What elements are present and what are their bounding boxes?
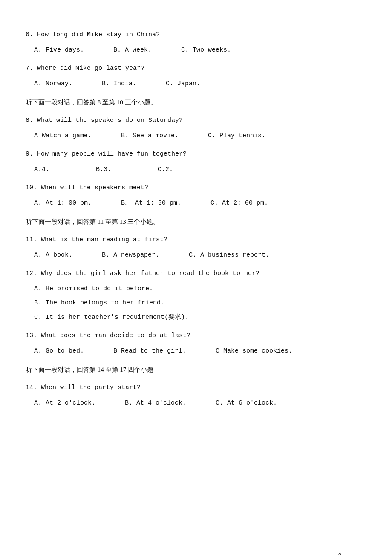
option-9-a: A.4. [34,164,49,175]
option-10-a: A. At 1: 00 pm. [34,198,92,209]
option-10-c: C. At 2: 00 pm. [210,198,268,209]
option-14-c: C. At 6 o'clock. [216,398,277,409]
question-9-options: A.4. B.3. C.2. [34,164,366,175]
option-8-c: C. Play tennis. [208,130,265,142]
option-13-b: B Read to the girl. [113,346,186,357]
option-6-c: C. Two weeks. [181,45,231,56]
option-7-b: B. India. [102,78,136,90]
option-13-a: A. Go to bed. [34,346,84,357]
question-12-text: 12. Why does the girl ask her father to … [26,268,366,279]
question-7: 7. Where did Mike go last year? A. Norwa… [26,63,366,89]
question-12: 12. Why does the girl ask her father to … [26,268,366,323]
question-10-options: A. At 1: 00 pm. B。 At 1: 30 pm. C. At 2:… [34,198,366,209]
question-6-text: 6. How long did Mike stay in China? [26,29,366,40]
question-14-text: 14. When will the party start? [26,382,366,393]
option-14-b: B. At 4 o'clock. [125,398,186,409]
option-7-a: A. Norway. [34,78,72,90]
option-6-a: A. Five days. [34,45,84,56]
question-11-options: A. A book. B. A newspaper. C. A business… [34,250,366,261]
option-8-a: A Watch a game. [34,130,92,142]
option-13-c: C Make some cookies. [216,346,292,357]
question-6: 6. How long did Mike stay in China? A. F… [26,29,366,55]
section-label-1: 听下面一段对话，回答第 8 至第 10 三个小题。 [26,97,366,108]
top-divider [26,17,366,17]
question-9: 9. How many people will have fun togethe… [26,149,366,175]
option-10-b: B。 At 1: 30 pm. [121,198,181,209]
option-9-b: B.3. [96,164,111,175]
question-11: 11. What is the man reading at first? A.… [26,234,366,260]
question-8-text: 8. What will the speakers do on Saturday… [26,115,366,126]
section-label-2: 听下面一段对话，回答第 11 至第 13 三个小题。 [26,216,366,228]
question-6-options: A. Five days. B. A week. C. Two weeks. [34,45,366,56]
option-11-b: B. A newspaper. [102,250,159,261]
option-7-c: C. Japan. [166,78,200,90]
page-number: -2- [334,552,345,555]
section-label-3: 听下面一段对话，回答第 14 至第 17 四个小题 [26,364,366,376]
option-12-c: C. It is her teacher's requirement(要求). [34,312,366,323]
question-11-text: 11. What is the man reading at first? [26,234,366,246]
page-wrapper: 6. How long did Mike stay in China? A. F… [26,17,366,555]
question-10-text: 10. When will the speakers meet? [26,182,366,194]
option-11-a: A. A book. [34,250,72,261]
option-12-a: A. He promised to do it before. [34,283,366,295]
question-14-options: A. At 2 o'clock. B. At 4 o'clock. C. At … [34,398,366,409]
question-8: 8. What will the speakers do on Saturday… [26,115,366,141]
question-7-options: A. Norway. B. India. C. Japan. [34,78,366,90]
question-8-options: A Watch a game. B. See a movie. C. Play … [34,130,366,142]
option-9-c: C.2. [158,164,173,175]
option-6-b: B. A week. [113,45,152,56]
option-11-c: C. A business report. [189,250,269,261]
question-13-text: 13. What does the man decide to do at la… [26,330,366,341]
option-12-b: B. The book belongs to her friend. [34,298,366,309]
option-14-a: A. At 2 o'clock. [34,398,95,409]
question-10: 10. When will the speakers meet? A. At 1… [26,182,366,208]
question-13: 13. What does the man decide to do at la… [26,330,366,356]
question-13-options: A. Go to bed. B Read to the girl. C Make… [34,346,366,357]
option-8-b: B. See a movie. [121,130,179,142]
question-7-text: 7. Where did Mike go last year? [26,63,366,74]
question-9-text: 9. How many people will have fun togethe… [26,149,366,160]
question-14: 14. When will the party start? A. At 2 o… [26,382,366,408]
